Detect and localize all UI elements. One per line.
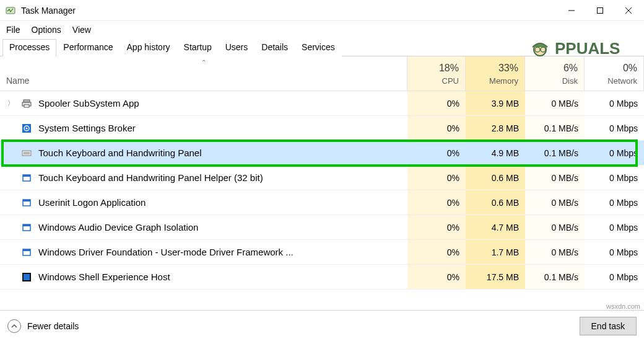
svg-rect-15 — [23, 175, 30, 177]
svg-rect-11 — [22, 151, 31, 156]
column-header-name[interactable]: ⌃ Name — [0, 56, 407, 91]
memory-value: 1.7 MB — [466, 240, 525, 264]
tab-details[interactable]: Details — [255, 39, 295, 56]
tabs: Processes Performance App history Startu… — [0, 38, 644, 56]
process-row[interactable]: 〉Windows Shell Experience Host0%17.5 MB0… — [0, 265, 644, 290]
source-tag: wsxdn.com — [606, 303, 640, 310]
process-icon — [21, 98, 32, 109]
network-value: 0 Mbps — [585, 240, 644, 264]
process-icon — [21, 272, 32, 283]
process-row[interactable]: 〉Windows Audio Device Graph Isolation0%4… — [0, 215, 644, 240]
disk-value: 0.1 MB/s — [525, 141, 585, 165]
memory-value: 0.6 MB — [466, 166, 525, 190]
memory-value: 4.9 MB — [466, 141, 525, 165]
tab-performance[interactable]: Performance — [56, 39, 120, 56]
process-row[interactable]: 〉Touch Keyboard and Handwriting Panel0%4… — [0, 141, 644, 166]
cpu-value: 0% — [407, 116, 466, 140]
menu-options[interactable]: Options — [32, 25, 61, 35]
cpu-value: 0% — [407, 240, 466, 264]
disk-value: 0 MB/s — [525, 190, 585, 215]
process-icon — [21, 197, 32, 208]
cpu-value: 0% — [407, 215, 466, 239]
process-icon — [21, 172, 32, 184]
svg-rect-17 — [23, 200, 30, 202]
svg-rect-21 — [23, 249, 30, 251]
svg-rect-2 — [598, 7, 603, 13]
network-value: 0 Mbps — [585, 116, 644, 140]
memory-value: 2.8 MB — [466, 116, 525, 140]
maximize-button[interactable] — [586, 0, 614, 21]
cpu-value: 0% — [407, 265, 466, 289]
window-title: Task Manager — [21, 6, 76, 16]
disk-value: 0 MB/s — [525, 240, 585, 264]
column-header-disk[interactable]: 6% Disk — [525, 56, 585, 91]
process-name: Windows Shell Experience Host — [38, 272, 170, 282]
process-name: System Settings Broker — [38, 123, 136, 133]
tab-app-history[interactable]: App history — [120, 39, 177, 56]
close-button[interactable] — [614, 0, 643, 21]
network-value: 0 Mbps — [585, 190, 644, 215]
process-row[interactable]: 〉Touch Keyboard and Handwriting Panel He… — [0, 166, 644, 190]
process-row[interactable]: 〉System Settings Broker0%2.8 MB0.1 MB/s0… — [0, 116, 644, 141]
sort-asc-icon: ⌃ — [201, 59, 206, 66]
svg-rect-23 — [24, 274, 30, 280]
end-task-button[interactable]: End task — [580, 317, 637, 335]
disk-value: 0 MB/s — [525, 215, 585, 239]
network-value: 0 Mbps — [585, 141, 644, 165]
process-name: Windows Driver Foundation - User-mode Dr… — [38, 247, 294, 257]
svg-rect-7 — [24, 105, 29, 107]
memory-value: 0.6 MB — [466, 190, 525, 215]
network-value: 0 Mbps — [585, 265, 644, 289]
process-icon — [21, 148, 32, 159]
process-name: Touch Keyboard and Handwriting Panel Hel… — [38, 172, 263, 183]
column-header-network[interactable]: 0% Network — [585, 56, 644, 91]
svg-rect-0 — [6, 7, 15, 14]
network-value: 0 Mbps — [585, 215, 644, 239]
disk-value: 0 MB/s — [525, 166, 585, 190]
svg-rect-19 — [23, 224, 30, 226]
tab-processes[interactable]: Processes — [2, 39, 56, 56]
disk-value: 0.1 MB/s — [525, 265, 585, 289]
cpu-value: 0% — [407, 91, 466, 115]
process-row[interactable]: 〉Userinit Logon Application0%0.6 MB0 MB/… — [0, 190, 644, 215]
process-name: Windows Audio Device Graph Isolation — [38, 222, 198, 232]
cpu-value: 0% — [407, 141, 466, 165]
process-row[interactable]: 〉Windows Driver Foundation - User-mode D… — [0, 240, 644, 265]
disk-value: 0.1 MB/s — [525, 116, 585, 140]
process-name: Userinit Logon Application — [38, 197, 146, 208]
process-icon — [21, 123, 32, 134]
network-value: 0 Mbps — [585, 91, 644, 115]
network-value: 0 Mbps — [585, 166, 644, 190]
process-row[interactable]: 〉Spooler SubSystem App0%3.9 MB0 MB/s0 Mb… — [0, 91, 644, 116]
tab-startup[interactable]: Startup — [177, 39, 219, 56]
menu-file[interactable]: File — [6, 25, 20, 35]
process-icon — [21, 247, 32, 258]
minimize-button[interactable] — [557, 0, 586, 21]
chevron-up-icon — [7, 319, 21, 333]
fewer-details-toggle[interactable]: Fewer details — [7, 319, 79, 333]
tab-services[interactable]: Services — [295, 39, 342, 56]
column-header-memory[interactable]: 33% Memory — [466, 56, 525, 91]
menu-view[interactable]: View — [72, 25, 91, 35]
process-name: Touch Keyboard and Handwriting Panel — [38, 148, 202, 158]
task-manager-icon — [5, 5, 16, 16]
process-icon — [21, 222, 32, 233]
cpu-value: 0% — [407, 190, 466, 215]
expand-chevron-icon[interactable]: 〉 — [7, 99, 15, 108]
process-name: Spooler SubSystem App — [38, 98, 139, 108]
disk-value: 0 MB/s — [525, 91, 585, 115]
tab-users[interactable]: Users — [219, 39, 255, 56]
svg-rect-5 — [24, 100, 30, 102]
cpu-value: 0% — [407, 166, 466, 190]
memory-value: 4.7 MB — [466, 215, 525, 239]
memory-value: 3.9 MB — [466, 91, 525, 115]
svg-point-10 — [26, 127, 28, 129]
memory-value: 17.5 MB — [466, 265, 525, 289]
column-header-cpu[interactable]: 18% CPU — [407, 56, 466, 91]
